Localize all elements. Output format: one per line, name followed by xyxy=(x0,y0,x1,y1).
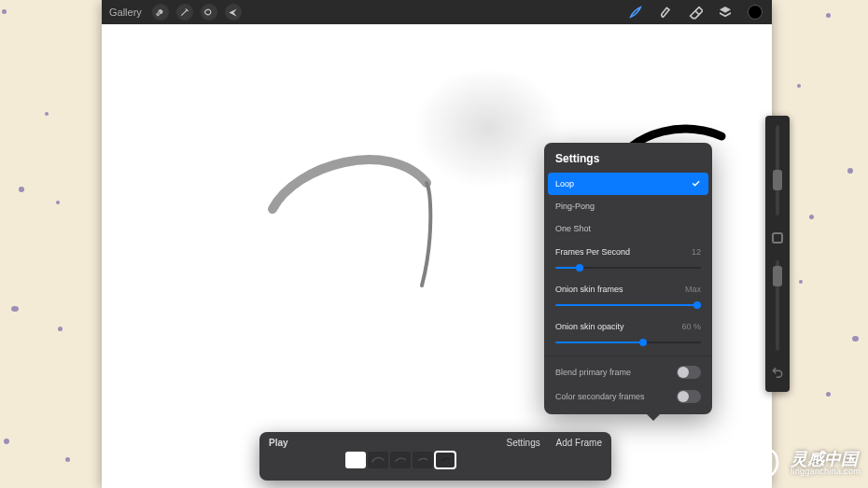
onion-opacity-slider[interactable] xyxy=(555,337,701,348)
animation-settings-popover: Settings Loop Ping-Pong One Shot Frames … xyxy=(544,143,712,414)
frame-thumb[interactable] xyxy=(435,452,455,468)
check-icon xyxy=(691,178,701,190)
slider-value: 60 % xyxy=(681,322,701,331)
modify-button[interactable] xyxy=(772,232,783,244)
frames-strip[interactable] xyxy=(259,452,611,474)
option-ping-pong[interactable]: Ping-Pong xyxy=(544,195,712,217)
option-label: Loop xyxy=(555,179,574,188)
frame-thumb[interactable] xyxy=(413,452,433,468)
watermark: 灵感中国 lingganchina.com xyxy=(755,447,861,479)
frame-thumb[interactable] xyxy=(390,452,411,468)
wrench-icon[interactable] xyxy=(152,4,169,21)
selection-icon[interactable] xyxy=(201,4,217,21)
undo-icon[interactable] xyxy=(771,366,784,383)
toggle-label: Color secondary frames xyxy=(555,392,645,401)
animation-timeline: Play Settings Add Frame xyxy=(259,432,611,481)
onion-opacity-row: Onion skin opacity60 % xyxy=(544,314,712,352)
watermark-domain: lingganchina.com xyxy=(791,467,861,476)
wand-icon[interactable] xyxy=(176,4,193,21)
layers-icon[interactable] xyxy=(718,5,733,20)
onion-stroke-1 xyxy=(259,146,455,304)
color-secondary-row: Color secondary frames xyxy=(544,384,712,409)
brush-size-slider[interactable] xyxy=(776,125,779,216)
play-button[interactable]: Play xyxy=(269,438,288,448)
option-label: One Shot xyxy=(555,224,591,233)
frame-thumb[interactable] xyxy=(368,452,388,468)
move-icon[interactable] xyxy=(225,4,242,21)
slider-label: Onion skin opacity xyxy=(555,322,624,331)
add-frame-button[interactable]: Add Frame xyxy=(556,438,602,448)
eraser-icon[interactable] xyxy=(688,5,703,20)
side-sliders xyxy=(765,116,790,392)
brush-icon[interactable] xyxy=(628,5,643,20)
fps-row: Frames Per Second12 xyxy=(544,240,712,277)
option-label: Ping-Pong xyxy=(555,202,595,211)
app-window: Gallery Settings Loop Ping-P xyxy=(102,0,772,488)
option-loop[interactable]: Loop xyxy=(548,173,708,195)
toggle-label: Blend primary frame xyxy=(555,368,631,377)
watermark-text: 灵感中国 xyxy=(791,451,861,467)
fps-slider[interactable] xyxy=(555,262,701,273)
color-well[interactable] xyxy=(748,5,763,20)
gallery-button[interactable]: Gallery xyxy=(109,7,142,18)
timeline-settings-button[interactable]: Settings xyxy=(507,438,540,448)
frame-thumb[interactable] xyxy=(345,452,366,468)
slider-value: Max xyxy=(685,285,701,294)
blend-primary-row: Blend primary frame xyxy=(544,360,712,384)
brush-opacity-slider[interactable] xyxy=(776,260,779,351)
smudge-icon[interactable] xyxy=(658,5,673,20)
onion-frames-row: Onion skin framesMax xyxy=(544,277,712,314)
option-one-shot[interactable]: One Shot xyxy=(544,217,712,240)
onion-frames-slider[interactable] xyxy=(555,300,701,311)
top-toolbar: Gallery xyxy=(102,0,772,24)
slider-label: Frames Per Second xyxy=(555,247,630,257)
slider-label: Onion skin frames xyxy=(555,285,623,294)
color-secondary-toggle[interactable] xyxy=(677,390,701,403)
blend-primary-toggle[interactable] xyxy=(677,366,701,379)
popover-title: Settings xyxy=(544,143,712,173)
slider-value: 12 xyxy=(692,247,701,257)
